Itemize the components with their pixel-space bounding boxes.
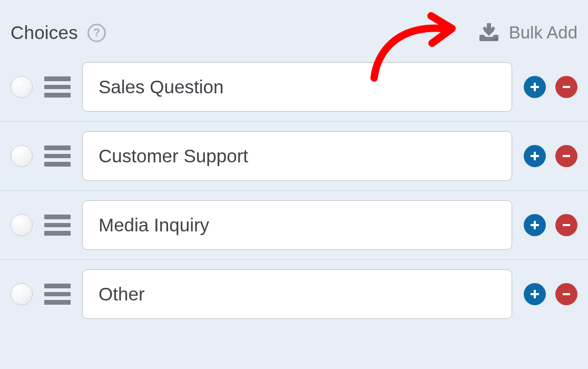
- remove-choice-button[interactable]: [555, 214, 577, 236]
- svg-point-1: [493, 38, 495, 40]
- drag-handle-icon[interactable]: [44, 145, 71, 167]
- add-choice-button[interactable]: [524, 283, 546, 305]
- plus-icon: [530, 220, 540, 230]
- choice-row: [0, 122, 588, 191]
- remove-choice-button[interactable]: [555, 283, 577, 305]
- choice-row: [0, 53, 588, 122]
- minus-icon: [561, 220, 572, 230]
- minus-icon: [561, 289, 572, 299]
- svg-rect-7: [531, 155, 539, 157]
- download-icon: [478, 23, 499, 42]
- default-choice-radio[interactable]: [11, 76, 33, 98]
- drag-handle-icon[interactable]: [44, 76, 71, 98]
- choice-input[interactable]: [82, 62, 512, 112]
- svg-rect-5: [563, 86, 570, 88]
- choice-input[interactable]: [82, 200, 512, 250]
- svg-rect-14: [563, 293, 570, 295]
- bulk-add-label: Bulk Add: [509, 23, 577, 43]
- choice-input[interactable]: [82, 131, 512, 181]
- choice-input[interactable]: [82, 269, 512, 319]
- svg-rect-8: [563, 155, 570, 157]
- help-icon[interactable]: ?: [87, 24, 106, 42]
- drag-handle-icon[interactable]: [44, 215, 71, 236]
- choices-list: [0, 53, 588, 328]
- add-choice-button[interactable]: [524, 214, 546, 236]
- drag-handle-icon[interactable]: [44, 284, 71, 305]
- default-choice-radio[interactable]: [11, 145, 33, 167]
- choices-header: Choices ? Bulk Add: [0, 0, 588, 53]
- add-choice-button[interactable]: [524, 76, 546, 98]
- choice-row: [0, 191, 588, 260]
- add-choice-button[interactable]: [524, 145, 546, 167]
- default-choice-radio[interactable]: [11, 283, 33, 305]
- svg-rect-10: [531, 224, 539, 226]
- svg-rect-4: [531, 86, 539, 88]
- remove-choice-button[interactable]: [555, 145, 577, 167]
- default-choice-radio[interactable]: [11, 214, 33, 236]
- plus-icon: [530, 82, 540, 92]
- remove-choice-button[interactable]: [555, 76, 577, 98]
- minus-icon: [561, 82, 572, 92]
- plus-icon: [530, 289, 540, 299]
- minus-icon: [561, 151, 572, 161]
- svg-rect-11: [563, 224, 570, 226]
- svg-point-2: [495, 38, 497, 40]
- choices-title: Choices: [11, 22, 78, 43]
- plus-icon: [530, 151, 540, 161]
- bulk-add-button[interactable]: Bulk Add: [478, 23, 577, 43]
- svg-rect-13: [531, 293, 539, 295]
- header-left: Choices ?: [11, 22, 106, 43]
- choice-row: [0, 260, 588, 328]
